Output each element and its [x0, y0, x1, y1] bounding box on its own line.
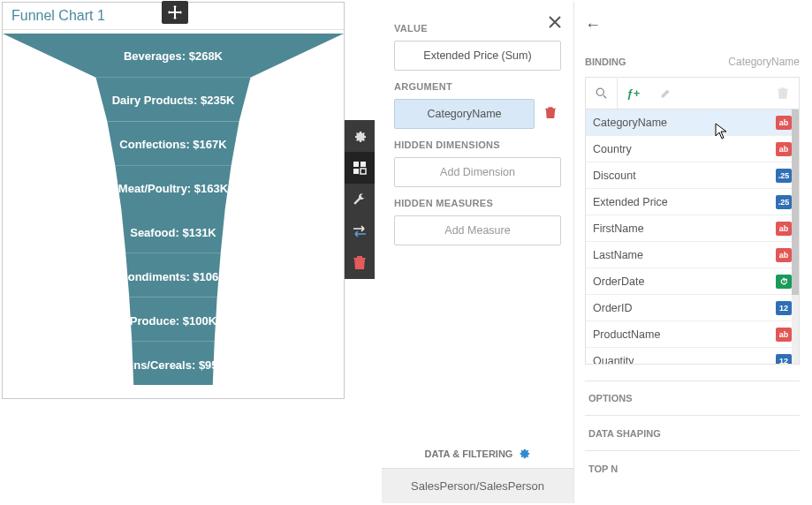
binding-current-field: CategoryName [728, 56, 800, 68]
search-icon[interactable] [586, 79, 618, 109]
binding-panel: ← BINDING CategoryName ƒ+ CategoryNameab… [574, 2, 810, 503]
trash-icon [767, 79, 799, 109]
swap-icon[interactable] [345, 215, 375, 247]
type-badge-text: ab [776, 222, 792, 236]
add-dimension-button[interactable]: Add Dimension [394, 157, 561, 187]
datashaping-section[interactable]: DATA SHAPING [585, 416, 800, 451]
data-filtering-label: DATA & FILTERING [425, 448, 513, 459]
field-row-firstname[interactable]: FirstNameab [586, 215, 799, 242]
value-pill-text: Extended Price (Sum) [395, 49, 560, 62]
wrench-icon[interactable] [345, 184, 375, 215]
hidden-dim-section-label: HIDDEN DIMENSIONS [394, 139, 561, 150]
delete-icon[interactable] [345, 247, 375, 279]
field-row-extendedprice[interactable]: Extended Price.25 [586, 189, 799, 215]
field-row-country[interactable]: Countryab [586, 136, 799, 162]
move-handle[interactable] [162, 1, 188, 24]
funnel-label: Beverages: $268K [3, 49, 344, 63]
funnel-area: Beverages: $268K Dairy Products: $235K C… [3, 30, 344, 398]
field-row-lastname[interactable]: LastNameab [586, 242, 799, 268]
back-arrow-icon[interactable]: ← [585, 16, 800, 34]
field-row-categoryname[interactable]: CategoryNameab [586, 109, 799, 136]
field-row-orderdate[interactable]: OrderDate⏱ [586, 268, 799, 295]
field-row-discount[interactable]: Discount.25 [586, 162, 799, 189]
funnel-label: Grains/Cereals: $95.7K [3, 358, 344, 372]
type-badge-numi: 12 [776, 354, 792, 365]
options-section[interactable]: OPTIONS [585, 381, 800, 416]
scroll-thumb[interactable] [792, 109, 799, 295]
type-badge-text: ab [776, 116, 792, 130]
scrollbar[interactable] [792, 109, 799, 364]
value-section-label: VALUE [394, 23, 561, 34]
svg-rect-8 [353, 162, 359, 167]
svg-rect-10 [353, 169, 359, 174]
argument-pill[interactable]: CategoryName [394, 99, 535, 129]
topn-section[interactable]: TOP N [585, 451, 800, 486]
widget-toolbar [345, 120, 375, 279]
binding-title: BINDING [585, 57, 626, 67]
fx-button[interactable]: ƒ+ [618, 79, 649, 109]
add-measure-button[interactable]: Add Measure [394, 215, 561, 245]
type-badge-text: ab [776, 248, 792, 262]
edit-icon [649, 79, 681, 109]
type-badge-date: ⏱ [776, 275, 792, 289]
funnel-label: Condiments: $106K [3, 270, 344, 283]
argument-pill-text: CategoryName [395, 108, 534, 120]
field-row-quantity[interactable]: Quantity12 [586, 348, 799, 365]
funnel-label: Produce: $100K [3, 314, 344, 328]
field-row-productname[interactable]: ProductNameab [586, 321, 799, 348]
funnel-label: Dairy Products: $235K [3, 94, 344, 107]
add-measure-label: Add Measure [395, 224, 560, 237]
layout-icon[interactable] [345, 152, 375, 184]
gear-icon [518, 447, 530, 461]
argument-section-label: ARGUMENT [394, 81, 561, 92]
close-icon[interactable] [549, 16, 561, 32]
funnel-label: Seafood: $131K [3, 226, 344, 239]
field-list: CategoryNameab Countryab Discount.25 Ext… [585, 109, 800, 365]
funnel-label: Confections: $167K [3, 138, 344, 151]
funnel-label: Meat/Poultry: $163K [3, 182, 344, 195]
data-filtering-link[interactable]: DATA & FILTERING [394, 447, 562, 461]
type-badge-num: .25 [776, 169, 792, 183]
type-badge-text: ab [776, 142, 792, 156]
type-badge-numi: 12 [776, 301, 792, 315]
value-pill[interactable]: Extended Price (Sum) [394, 41, 561, 71]
gear-icon[interactable] [345, 120, 375, 152]
datasource-label: SalesPerson/SalesPerson [411, 479, 544, 493]
type-badge-num: .25 [776, 195, 792, 209]
add-dimension-label: Add Dimension [395, 166, 560, 178]
funnel-chart-widget: Funnel Chart 1 Beverages: $268K Dairy Pr… [2, 2, 345, 399]
type-badge-text: ab [776, 328, 792, 342]
svg-rect-9 [360, 162, 366, 167]
field-row-orderid[interactable]: OrderID12 [586, 295, 799, 321]
binding-toolbar: ƒ+ [585, 77, 800, 109]
datasource-bar[interactable]: SalesPerson/SalesPerson [382, 468, 573, 503]
svg-rect-11 [360, 169, 366, 174]
argument-remove-icon[interactable] [545, 107, 556, 122]
config-panel: VALUE Extended Price (Sum) ARGUMENT Cate… [382, 2, 574, 503]
hidden-meas-section-label: HIDDEN MEASURES [394, 198, 561, 208]
svg-point-12 [596, 88, 603, 95]
funnel-shape [3, 30, 344, 396]
